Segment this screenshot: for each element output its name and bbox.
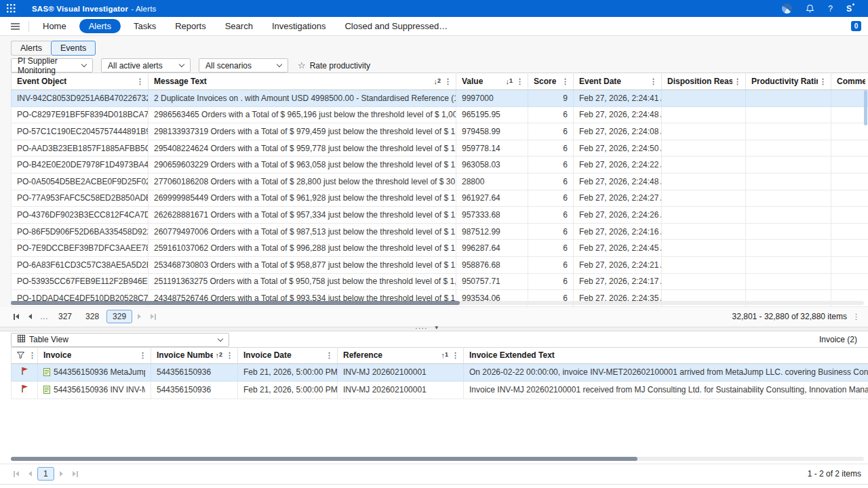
nav-item-reports[interactable]: Reports	[169, 19, 212, 33]
scenario-filter-dropdown[interactable]: All scenarios	[199, 58, 288, 73]
column-header-event-date[interactable]: Event Date⋮	[574, 73, 662, 90]
event-row[interactable]: PO-53935CC67FEB9E112F2B946E6225119136327…	[12, 273, 868, 290]
scrollbar-thumb[interactable]	[11, 301, 460, 305]
scrollbar-thumb[interactable]	[11, 457, 637, 461]
event-row[interactable]: PO-57C1C190EC2045757444891B9A29813393731…	[12, 123, 868, 140]
event-row[interactable]: PO-4376DF9023B3ECC812F4CA7D5326262888167…	[12, 207, 868, 224]
column-header-event-object[interactable]: Event Object⋮	[12, 73, 149, 90]
events-prev-page-button[interactable]	[24, 314, 36, 319]
invoice-horizontal-scrollbar[interactable]	[11, 457, 864, 461]
column-header-invoice-number[interactable]: Invoice Number↑2⋮	[151, 347, 238, 363]
column-label: Productivity Rating	[751, 77, 818, 86]
app-switcher-icon[interactable]	[7, 4, 16, 13]
column-menu-icon[interactable]: ⋮	[560, 78, 570, 85]
cell-object: PO-77A953FAFC5C58ED2B850ADE35	[12, 190, 149, 207]
events-first-page-button[interactable]	[9, 314, 23, 320]
invoice-page-1[interactable]: 1	[37, 467, 54, 481]
invoice-row[interactable]: 544356150936 MetaJump LL...544356150936F…	[12, 363, 868, 381]
column-header-value[interactable]: Value↓1⋮	[456, 73, 528, 90]
column-menu-icon[interactable]: ⋮	[224, 352, 235, 359]
column-label: Message Text	[154, 77, 207, 86]
column-header-message-text[interactable]: Message Text↓2⋮	[149, 73, 456, 90]
user-avatar[interactable]: S	[846, 4, 854, 14]
column-menu-icon[interactable]: ⋮	[135, 78, 145, 85]
cell-score: 6	[528, 256, 574, 273]
event-row[interactable]: PO-77A953FAFC5C58ED2B850ADE3526999998544…	[12, 190, 868, 207]
cell-comments	[831, 90, 868, 107]
filter-icon[interactable]	[17, 352, 24, 359]
table-view-dropdown[interactable]: Table View	[11, 333, 229, 347]
column-header-reference[interactable]: Reference↑1⋮	[338, 347, 464, 363]
menu-icon[interactable]	[7, 22, 24, 30]
event-row[interactable]: PO-7E9DCCBEF39B7DFC3AAEE785FB25916103706…	[12, 240, 868, 257]
column-header-productivity-rating[interactable]: Productivity Rating⋮	[746, 73, 831, 90]
nav-item-search[interactable]: Search	[219, 19, 259, 33]
column-header-invoice-date[interactable]: Invoice Date⋮	[238, 347, 338, 363]
help-icon[interactable]: ?	[828, 4, 833, 14]
nav-item-home[interactable]: Home	[37, 19, 73, 33]
cell-rating	[746, 273, 831, 290]
column-header-invoice[interactable]: Invoice⋮	[38, 347, 151, 363]
column-menu-icon[interactable]: ⋮	[515, 78, 525, 85]
subtab-events[interactable]: Events	[51, 41, 96, 56]
column-menu-icon[interactable]: ⋮	[818, 78, 828, 85]
flag-icon[interactable]	[21, 384, 28, 393]
column-header-disposition-reason[interactable]: Disposition Reason⋮	[662, 73, 746, 90]
notifications-icon[interactable]	[806, 4, 814, 13]
nav-item-tasks[interactable]: Tasks	[127, 19, 162, 33]
rate-productivity-button[interactable]: ☆ Rate productivity	[298, 61, 370, 70]
invoice-link[interactable]: 544356150936 MetaJump LL...	[54, 367, 145, 377]
column-menu-icon[interactable]: ⋮	[27, 352, 37, 359]
invoice-link[interactable]: 544356150936 INV INV-MJ 2...	[54, 385, 145, 394]
events-vertical-scrollbar[interactable]	[864, 90, 867, 125]
column-menu-icon[interactable]: ⋮	[443, 78, 453, 85]
column-menu-icon[interactable]: ⋮	[138, 352, 148, 359]
column-menu-icon[interactable]: ⋮	[732, 78, 743, 85]
column-menu-icon[interactable]: ⋮	[450, 352, 460, 359]
events-page-327[interactable]: 327	[52, 310, 78, 323]
invoice-doc-icon	[43, 386, 50, 394]
flag-icon[interactable]	[21, 367, 28, 375]
tray-count-badge[interactable]: 0	[851, 21, 861, 31]
chevron-down-icon	[179, 62, 184, 67]
primary-nav: HomeAlertsTasksReportsSearchInvestigatio…	[0, 17, 868, 36]
invoice-row[interactable]: 544356150936 INV INV-MJ 2...544356150936…	[12, 381, 868, 399]
nav-item-alerts[interactable]: Alerts	[79, 19, 121, 33]
invoice-tools-column[interactable]: ⋮	[12, 347, 38, 363]
alert-filter-dropdown[interactable]: All active alerts	[101, 58, 191, 73]
star-icon: ☆	[298, 61, 306, 70]
invoice-doc-icon	[43, 368, 50, 376]
chevron-down-icon	[277, 62, 282, 67]
column-label: Invoice	[43, 350, 71, 360]
cell-object: PO-53935CC67FEB9E112F2B946E62	[12, 273, 149, 290]
subtab-alerts[interactable]: Alerts	[11, 41, 51, 56]
pagination-menu-icon[interactable]: ⋮	[851, 313, 861, 321]
event-row[interactable]: PO-0A5054D5BE2ACBE0F9D25F02DB27706018620…	[12, 173, 868, 190]
column-menu-icon[interactable]: ⋮	[324, 352, 334, 359]
events-page-328[interactable]: 328	[79, 310, 105, 323]
invoice-prev-page-button	[24, 471, 36, 476]
event-row[interactable]: PO-6A83F61CD3C57C38AE5A5D2B4F25346873080…	[12, 256, 868, 273]
event-row[interactable]: PO-AAD3B23EB1857F1885AFBB5C8229540822462…	[12, 140, 868, 157]
cell-date: Feb 27, 2026, 2:24:08 AM	[574, 123, 662, 140]
column-header-comme[interactable]: Comme	[831, 73, 868, 90]
panel-splitter[interactable]: ···· ▼	[0, 327, 868, 331]
connection-status-icon[interactable]	[782, 3, 792, 14]
cell-rating	[746, 256, 831, 273]
event-row[interactable]: PO-C8297E91BF5F8394D018BCA7552986563465 …	[12, 106, 868, 123]
view-dropdown[interactable]: PI Supplier Monitoring	[11, 58, 93, 73]
nav-item-closed-and-suppressed[interactable]: Closed and Suppressed…	[338, 19, 454, 33]
column-header-invoice-extended-text[interactable]: Invoice Extended Text	[464, 347, 868, 363]
event-row[interactable]: PO-86F5D906F52D6BA335458D922126077949700…	[12, 223, 868, 240]
events-horizontal-scrollbar[interactable]	[11, 301, 864, 305]
nav-item-investigations[interactable]: Investigations	[266, 19, 332, 33]
column-menu-icon[interactable]: ⋮	[648, 78, 658, 85]
cell-value: 958876.68	[456, 256, 528, 273]
event-row[interactable]: PO-B42E0E20DE7978F1D4973BA42D29065960322…	[12, 157, 868, 174]
event-row[interactable]: INV-942C8053D9251A6B470226732D2 Duplicat…	[12, 90, 868, 107]
cell-invoice: 544356150936 MetaJump LL...	[38, 363, 151, 381]
column-header-score[interactable]: Score⋮	[528, 73, 574, 90]
cell-disposition	[662, 207, 746, 224]
nav-divider	[28, 21, 29, 32]
events-page-329[interactable]: 329	[106, 310, 132, 323]
